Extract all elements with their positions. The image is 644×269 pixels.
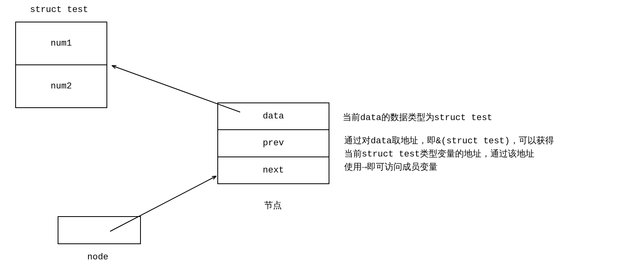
explain-block-2: 通过对data取地址，即&(struct test)，可以获得 当前struct…: [344, 134, 554, 174]
node-cell-prev: prev: [218, 130, 329, 157]
explain2-line1: 通过对data取地址，即&(struct test)，可以获得: [344, 134, 554, 148]
explain2-line3: 使用→即可访问成员变量: [344, 161, 554, 174]
small-node-box: [58, 216, 141, 244]
explain-line-1: 当前data的数据类型为struct test: [343, 111, 492, 124]
struct-cell-num2: num2: [16, 65, 106, 107]
node-cell-next: next: [218, 157, 329, 183]
struct-test-box: num1 num2: [15, 22, 107, 108]
explain2-line2: 当前struct test类型变量的地址，通过该地址: [344, 148, 554, 161]
struct-cell-num1: num1: [16, 22, 106, 65]
struct-test-title: struct test: [30, 5, 88, 15]
node-caption: 节点: [264, 199, 282, 211]
node-label: node: [87, 252, 108, 262]
node-box: data prev next: [217, 102, 329, 184]
node-cell-data: data: [218, 103, 329, 130]
